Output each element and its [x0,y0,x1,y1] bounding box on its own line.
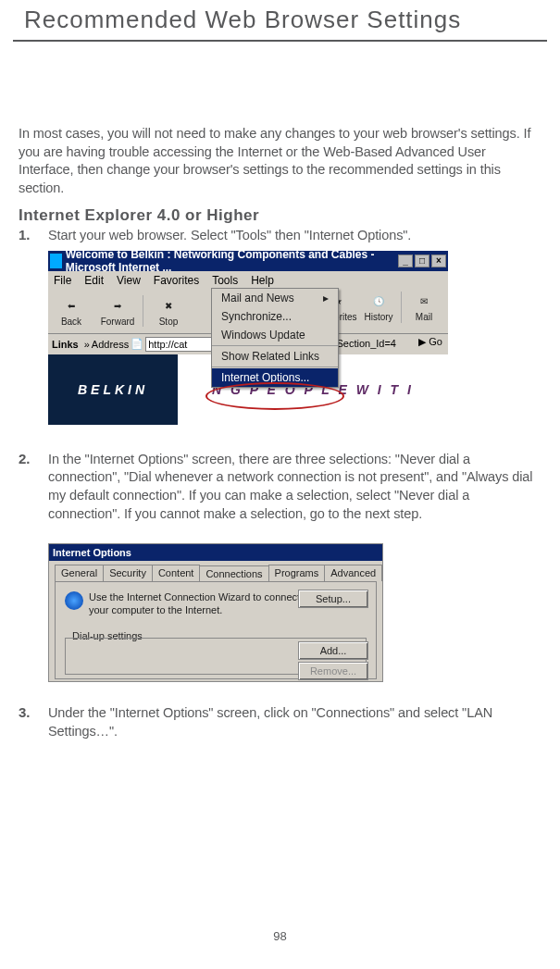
remove-button[interactable]: Remove... [298,662,368,680]
setup-button[interactable]: Setup... [298,590,368,608]
step-2: 2. In the "Internet Options" screen, the… [19,451,541,523]
page-title: Recommended Web Browser Settings [13,0,547,42]
wizard-icon [65,591,83,610]
wizard-text: Use the Internet Connection Wizard to co… [89,591,302,617]
tools-dropdown: Mail and News▸ Synchronize... Windows Up… [211,288,339,388]
menu-windows-update[interactable]: Windows Update [212,326,338,344]
tab-row: General Security Content Connections Pro… [49,561,382,581]
back-button[interactable]: ⬅Back [48,296,94,327]
menu-tools[interactable]: Tools [212,271,238,290]
page-number: 98 [273,929,286,943]
belkin-logo: BELKIN [48,354,178,425]
minimize-icon[interactable]: _ [398,255,413,267]
menu-file[interactable]: File [54,271,71,290]
tab-advanced[interactable]: Advanced [324,565,382,581]
ie-app-icon [50,254,62,268]
tab-content[interactable]: Content [152,565,201,581]
step-3-text: Under the "Internet Options" screen, cli… [48,704,541,740]
sub-heading: Internet Explorer 4.0 or Higher [19,206,541,225]
internet-options-screenshot: Internet Options General Security Conten… [48,543,383,682]
menu-separator [212,345,338,346]
mail-label: Mail [404,312,444,322]
ie-menubar: File Edit View Favorites Tools Help [48,271,448,290]
tab-connections[interactable]: Connections [199,565,268,582]
step-3-number: 3. [19,704,48,740]
stop-label: Stop [145,317,192,327]
go-label: Go [429,336,442,347]
toolbar-separator-2 [401,292,402,323]
dialog-title: Internet Options [49,544,382,561]
forward-label: Forward [94,317,141,327]
close-icon[interactable]: × [431,255,446,267]
ie-title-text: Welcome to Belkin : Networking Component… [66,248,398,274]
add-button[interactable]: Add... [298,641,368,660]
menu-mail-news[interactable]: Mail and News▸ [212,289,338,307]
step-2-number: 2. [19,451,48,523]
toolbar-separator [143,295,143,327]
step-2-text: In the "Internet Options" screen, there … [48,451,541,523]
back-label: Back [48,317,94,327]
ie-titlebar: Welcome to Belkin : Networking Component… [48,251,448,271]
step-1-number: 1. [19,227,48,245]
connections-panel: Use the Internet Connection Wizard to co… [55,581,377,679]
tab-general[interactable]: General [55,565,104,581]
step-3: 3. Under the "Internet Options" screen, … [19,704,541,740]
menu-related-links[interactable]: Show Related Links [212,347,338,366]
intro-paragraph: In most cases, you will not need to make… [19,125,541,197]
forward-button[interactable]: ➡Forward [94,296,141,327]
step-1: 1. Start your web browser. Select "Tools… [19,227,541,245]
menu-edit[interactable]: Edit [84,271,104,290]
menu-favorites[interactable]: Favorites [154,271,199,290]
menu-synchronize[interactable]: Synchronize... [212,307,338,326]
mail-button[interactable]: ✉Mail [404,292,444,323]
menu-internet-options[interactable]: Internet Options... [212,368,338,387]
menu-help[interactable]: Help [251,271,274,290]
go-button[interactable]: ▶ Go [418,336,442,348]
address-label: Address [92,339,129,350]
history-button[interactable]: 🕓History [358,292,399,323]
tab-programs[interactable]: Programs [268,565,326,581]
stop-button[interactable]: ✖Stop [145,296,192,327]
step-1-text: Start your web browser. Select "Tools" t… [48,227,541,245]
menu-view[interactable]: View [117,271,141,290]
history-label: History [358,312,399,322]
ie-window-screenshot: Welcome to Belkin : Networking Component… [48,251,448,425]
menu-separator-2 [212,366,338,367]
tab-security[interactable]: Security [103,565,153,581]
menu-mail-news-label: Mail and News [221,292,294,304]
links-label[interactable]: Links [52,339,79,350]
maximize-icon[interactable]: □ [415,255,429,267]
